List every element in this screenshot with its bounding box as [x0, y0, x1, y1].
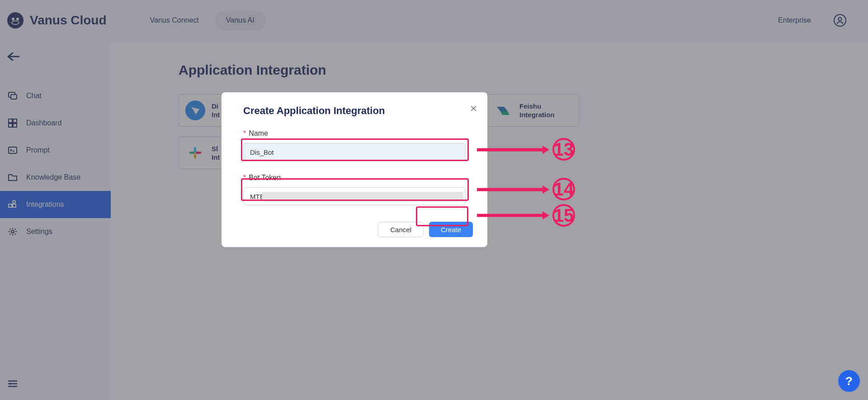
form-group-name: *Name — [243, 129, 476, 161]
cancel-button[interactable]: Cancel — [378, 222, 424, 237]
create-integration-modal: Create Application Integration ✕ *Name *… — [222, 92, 487, 247]
name-label: *Name — [243, 129, 476, 138]
modal-title: Create Application Integration — [243, 105, 476, 117]
redacted-token — [262, 192, 463, 201]
modal-close-button[interactable]: ✕ — [470, 103, 477, 114]
bot-token-label: *Bot Token — [243, 174, 476, 182]
name-input[interactable] — [243, 143, 466, 161]
help-fab-button[interactable]: ? — [838, 370, 860, 392]
create-button[interactable]: Create — [429, 222, 473, 237]
form-group-bot-token: *Bot Token — [243, 174, 476, 205]
modal-footer: Cancel Create — [243, 222, 476, 237]
